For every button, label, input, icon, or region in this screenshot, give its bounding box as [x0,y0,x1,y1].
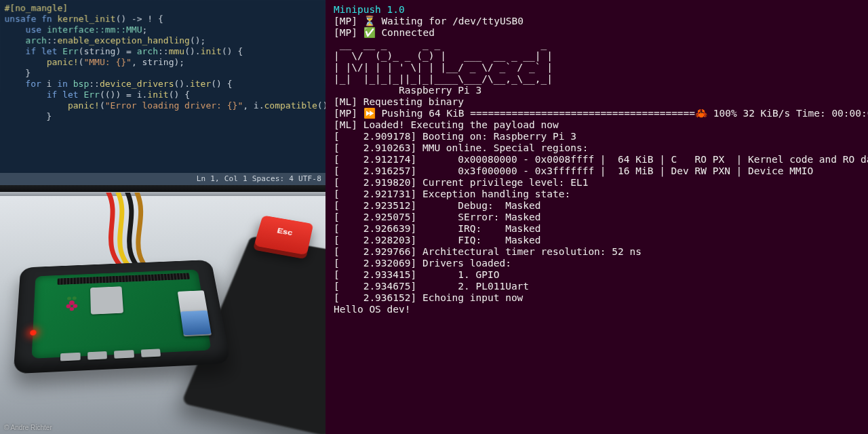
usb3-ports [180,311,212,336]
terminal-pane[interactable]: Minipush 1.0[MP] ⏳ Waiting for /dev/ttyU… [326,0,868,434]
power-led-icon [30,330,37,335]
svg-point-3 [66,304,71,309]
soc-chip [90,286,123,314]
monitor-bezel [0,185,326,192]
svg-point-0 [67,297,71,300]
editor-statusbar: Ln 1, Col 1 Spaces: 4 UTF-8 [0,173,326,185]
raspberry-pi-logo-icon [64,295,80,313]
svg-point-1 [73,296,77,300]
svg-point-2 [69,300,75,305]
gpio-header [58,273,191,285]
code-editor-screen: #[no_mangle]unsafe fn kernel_init() -> !… [0,0,326,184]
svg-point-4 [73,304,77,308]
svg-point-5 [70,307,74,311]
hardware-photo-pane: #[no_mangle]unsafe fn kernel_init() -> !… [0,0,326,434]
photo-watermark: © Andre Richter [4,424,52,431]
raspberry-pi [14,260,231,374]
